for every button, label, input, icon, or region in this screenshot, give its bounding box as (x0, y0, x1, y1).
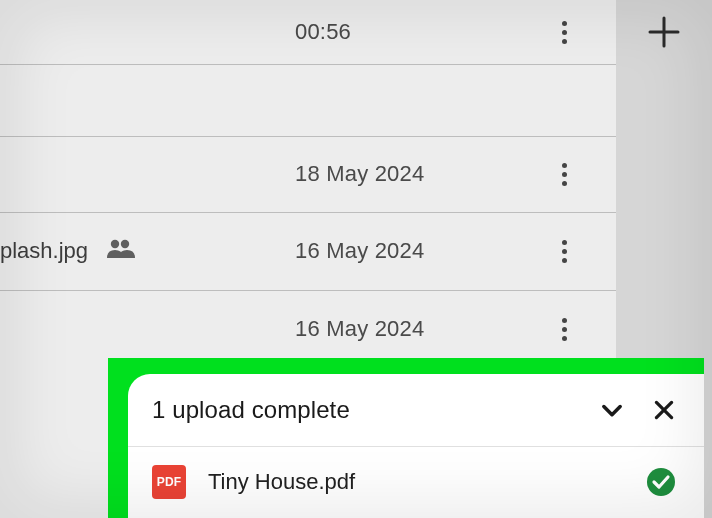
file-row[interactable]: plash.jpg 16 May 2024 (0, 212, 616, 291)
more-menu-button[interactable] (552, 162, 576, 186)
upload-filename: Tiny House.pdf (208, 469, 646, 495)
close-button[interactable] (644, 390, 684, 430)
svg-point-0 (111, 240, 119, 248)
success-icon (646, 467, 676, 497)
file-date: 18 May 2024 (295, 161, 424, 187)
file-date: 00:56 (295, 19, 351, 45)
add-button[interactable] (640, 8, 688, 56)
more-menu-button[interactable] (552, 317, 576, 341)
more-menu-button[interactable] (552, 239, 576, 263)
svg-point-1 (121, 240, 129, 248)
shared-icon (105, 238, 135, 264)
file-date: 16 May 2024 (295, 316, 424, 342)
file-row[interactable]: 00:56 (0, 0, 616, 65)
svg-point-6 (647, 468, 675, 496)
file-name: plash.jpg (0, 238, 88, 264)
file-row[interactable]: 16 May 2024 (0, 290, 616, 368)
upload-snackbar: 1 upload complete PDF Tiny House.pdf (128, 374, 704, 518)
collapse-button[interactable] (592, 390, 632, 430)
snackbar-title: 1 upload complete (152, 396, 580, 424)
pdf-icon: PDF (152, 465, 186, 499)
upload-item[interactable]: PDF Tiny House.pdf (128, 447, 704, 517)
file-row[interactable]: 18 May 2024 (0, 136, 616, 213)
file-date: 16 May 2024 (295, 238, 424, 264)
more-menu-button[interactable] (552, 20, 576, 44)
file-row[interactable] (0, 64, 616, 137)
